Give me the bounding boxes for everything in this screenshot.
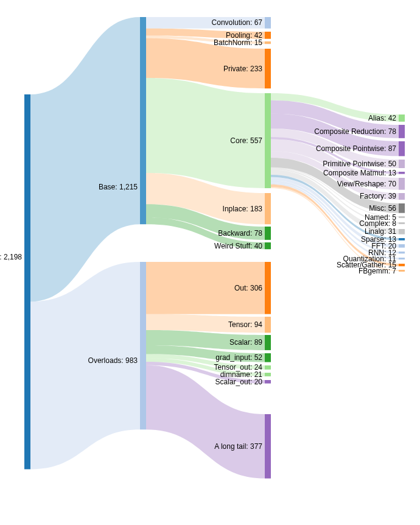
sankey-node-inplace[interactable]	[265, 193, 271, 224]
label-complex: Complex: 8	[359, 219, 396, 228]
label-weirdstuff: Weird Stuff: 40	[214, 242, 262, 250]
sankey-node-private[interactable]	[265, 49, 271, 88]
sankey-node-overloads[interactable]	[140, 262, 146, 429]
sankey-node-comppointwise[interactable]	[399, 141, 405, 156]
label-out: Out: 306	[234, 284, 262, 292]
sankey-node-linalg[interactable]	[399, 229, 405, 234]
sankey-node-complex[interactable]	[399, 222, 405, 224]
label-scalar: Scalar: 89	[229, 338, 262, 347]
label-inplace: Inplace: 183	[223, 205, 262, 213]
label-convolution: Convolution: 67	[212, 18, 262, 27]
label-backward: Backward: 78	[218, 229, 262, 238]
sankey-node-scalarout[interactable]	[265, 380, 271, 384]
sankey-node-fft[interactable]	[399, 244, 405, 248]
sankey-node-tensorout[interactable]	[265, 365, 271, 370]
sankey-node-pooling[interactable]	[265, 32, 271, 39]
sankey-node-out[interactable]	[265, 262, 271, 314]
label-factory: Factory: 39	[360, 192, 396, 200]
label-compreduction: Composite Reduction: 78	[314, 127, 396, 136]
label-overloads: Overloads: 983	[88, 356, 138, 365]
sankey-node-weirdstuff[interactable]	[265, 242, 271, 249]
label-gradinput: grad_input: 52	[215, 353, 262, 362]
sankey-node-scattergather[interactable]	[399, 264, 405, 266]
label-misc: Misc: 56	[369, 204, 396, 213]
label-batchnorm: BatchNorm: 15	[214, 38, 262, 47]
sankey-node-primpointwise[interactable]	[399, 160, 405, 168]
sankey-node-rnn[interactable]	[399, 252, 405, 253]
sankey-node-compreduction[interactable]	[399, 125, 405, 138]
label-fbgemm: FBgemm: 7	[359, 267, 396, 275]
sankey-node-batchnorm[interactable]	[265, 41, 271, 44]
sankey-node-scalar[interactable]	[265, 335, 271, 350]
sankey-link-base-core[interactable]	[146, 78, 265, 188]
sankey-node-quantization[interactable]	[399, 258, 405, 259]
label-base: Base: 1,215	[99, 183, 138, 191]
label-tensor: Tensor: 94	[228, 320, 262, 329]
sankey-chart: Total: 2,198Base: 1,215Overloads: 983Con…	[12, 12, 408, 513]
sankey-node-convolution[interactable]	[265, 17, 271, 29]
sankey-node-core[interactable]	[265, 93, 271, 188]
sankey-node-tensor[interactable]	[265, 317, 271, 333]
sankey-node-alias[interactable]	[399, 115, 405, 122]
sankey-node-misc[interactable]	[399, 203, 405, 213]
label-primpointwise: Primitive Pointwise: 50	[323, 160, 396, 168]
sankey-node-fbgemm[interactable]	[399, 270, 405, 272]
label-compmatmul: Composite Matmul: 13	[323, 169, 396, 177]
label-scalarout: Scalar_out: 20	[215, 378, 262, 386]
sankey-node-total[interactable]	[24, 94, 30, 469]
label-comppointwise: Composite Pointwise: 87	[316, 144, 396, 153]
sankey-node-base[interactable]	[140, 17, 146, 224]
label-viewreshape: View/Reshape: 70	[337, 180, 396, 188]
sankey-node-gradinput[interactable]	[265, 353, 271, 362]
sankey-node-named[interactable]	[399, 216, 405, 218]
sankey-node-factory[interactable]	[399, 193, 405, 200]
sankey-node-compmatmul[interactable]	[399, 172, 405, 174]
sankey-node-longtail[interactable]	[265, 414, 271, 479]
label-total: Total: 2,198	[0, 253, 22, 261]
sankey-node-dimname[interactable]	[265, 373, 271, 376]
sankey-node-sparse[interactable]	[399, 238, 405, 241]
sankey-node-backward[interactable]	[265, 227, 271, 240]
label-alias: Alias: 42	[368, 114, 396, 122]
label-longtail: A long tail: 377	[214, 442, 262, 451]
sankey-node-viewreshape[interactable]	[399, 178, 405, 190]
sankey-link-total-base[interactable]	[30, 17, 140, 301]
label-core: Core: 557	[230, 136, 262, 145]
label-private: Private: 233	[223, 65, 262, 73]
